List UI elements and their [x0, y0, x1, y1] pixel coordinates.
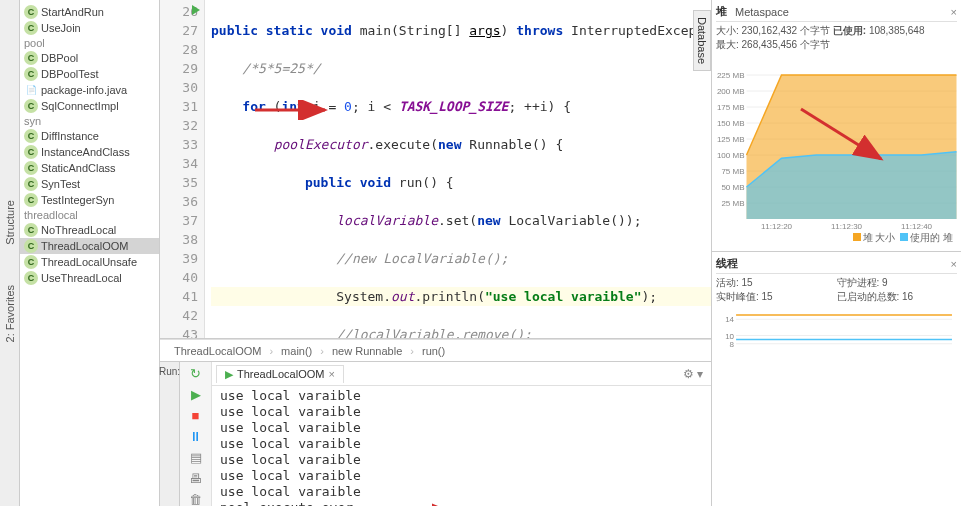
heap-title: 堆 [716, 4, 727, 19]
svg-text:200 MB: 200 MB [717, 87, 745, 96]
tree-item-selected[interactable]: CThreadLocalOOM [20, 238, 159, 254]
favorites-tool[interactable]: 2: Favorites [4, 285, 16, 342]
breadcrumb[interactable]: ThreadLocalOOM› main()› new Runnable› ru… [160, 339, 711, 361]
tree-item[interactable]: CTestIntegerSyn [20, 192, 159, 208]
tree-item[interactable]: CUseJoin [20, 20, 159, 36]
tree-item[interactable]: 📄package-info.java [20, 82, 159, 98]
editor[interactable]: 262728293031323334353637383940414243 pub… [160, 0, 711, 339]
svg-text:225 MB: 225 MB [717, 71, 745, 80]
tree-item[interactable]: CSqlConnectImpl [20, 98, 159, 114]
tree-group[interactable]: threadlocal [20, 208, 159, 222]
svg-text:10: 10 [725, 332, 734, 341]
tree-item[interactable]: CInstanceAndClass [20, 144, 159, 160]
svg-text:75 MB: 75 MB [721, 167, 744, 176]
gear-icon[interactable]: ⚙ ▾ [683, 367, 703, 381]
profiler-panel: 堆 Metaspace × 大小: 230,162,432 个字节 已使用: 1… [711, 0, 961, 506]
svg-text:175 MB: 175 MB [717, 103, 745, 112]
play-icon[interactable]: ▶ [186, 387, 206, 402]
tree-item[interactable]: CDiffInstance [20, 128, 159, 144]
tree-item[interactable]: CDBPool [20, 50, 159, 66]
thread-chart: 81014 [716, 306, 957, 386]
heap-chart: 25 MB50 MB75 MB100 MB125 MB150 MB175 MB2… [716, 54, 957, 229]
tree-item[interactable]: CThreadLocalUnsafe [20, 254, 159, 270]
thread-info: 活动: 15 守护进程: 9 实时峰值: 15 已启动的总数: 16 [716, 274, 957, 306]
run-panel: Run: ↻ ▶ ■ ⏸ ▤ 🖶 🗑 ▶ ThreadLocalOOM × ⚙ … [160, 361, 711, 506]
tree-item[interactable]: CDBPoolTest [20, 66, 159, 82]
run-tab[interactable]: ▶ ThreadLocalOOM × [216, 365, 344, 383]
svg-text:125 MB: 125 MB [717, 135, 745, 144]
svg-text:25 MB: 25 MB [721, 199, 744, 208]
svg-text:100 MB: 100 MB [717, 151, 745, 160]
threads-title: 线程 [716, 256, 738, 271]
print-icon[interactable]: 🖶 [186, 471, 206, 486]
tree-group[interactable]: pool [20, 36, 159, 50]
ide-left-gutter: Structure 2: Favorites [0, 0, 20, 506]
svg-text:11:12:20: 11:12:20 [761, 222, 793, 229]
svg-text:8: 8 [730, 340, 735, 349]
close-icon[interactable]: × [951, 6, 957, 18]
stop-icon[interactable]: ■ [186, 408, 206, 423]
tree-item[interactable]: CUseThreadLocal [20, 270, 159, 286]
close-icon[interactable]: × [328, 368, 334, 380]
trash-icon[interactable]: 🗑 [186, 492, 206, 506]
svg-text:11:12:30: 11:12:30 [831, 222, 863, 229]
rerun-icon[interactable]: ↻ [186, 366, 206, 381]
svg-text:14: 14 [725, 315, 734, 324]
tree-item[interactable]: CSynTest [20, 176, 159, 192]
run-label-bar: Run: [160, 362, 180, 506]
layout-icon[interactable]: ▤ [186, 450, 206, 465]
close-icon[interactable]: × [951, 258, 957, 270]
svg-text:150 MB: 150 MB [717, 119, 745, 128]
pause-icon[interactable]: ⏸ [186, 429, 206, 444]
heap-legend: 堆 大小 使用的 堆 [716, 229, 957, 247]
project-tree[interactable]: CStartAndRun CUseJoin pool CDBPool CDBPo… [20, 0, 160, 506]
database-tool[interactable]: Database [693, 10, 711, 71]
code-area[interactable]: public static void main(String[] args) t… [205, 0, 711, 338]
run-toolbar: ↻ ▶ ■ ⏸ ▤ 🖶 🗑 [180, 362, 212, 506]
tree-item[interactable]: CNoThreadLocal [20, 222, 159, 238]
structure-tool[interactable]: Structure [4, 200, 16, 245]
console[interactable]: use local varaibleuse local varaibleuse … [212, 386, 711, 506]
tree-group[interactable]: syn [20, 114, 159, 128]
tree-item[interactable]: CStartAndRun [20, 4, 159, 20]
svg-text:11:12:40: 11:12:40 [901, 222, 933, 229]
tree-item[interactable]: CStaticAndClass [20, 160, 159, 176]
run-tab-icon: ▶ [225, 368, 233, 381]
heap-info: 大小: 230,162,432 个字节 已使用: 108,385,648 最大:… [716, 22, 957, 54]
heap-tab-metaspace[interactable]: Metaspace [735, 6, 789, 18]
svg-text:50 MB: 50 MB [721, 183, 744, 192]
run-tabs: ▶ ThreadLocalOOM × ⚙ ▾ [212, 362, 711, 386]
line-gutter: 262728293031323334353637383940414243 [160, 0, 205, 338]
